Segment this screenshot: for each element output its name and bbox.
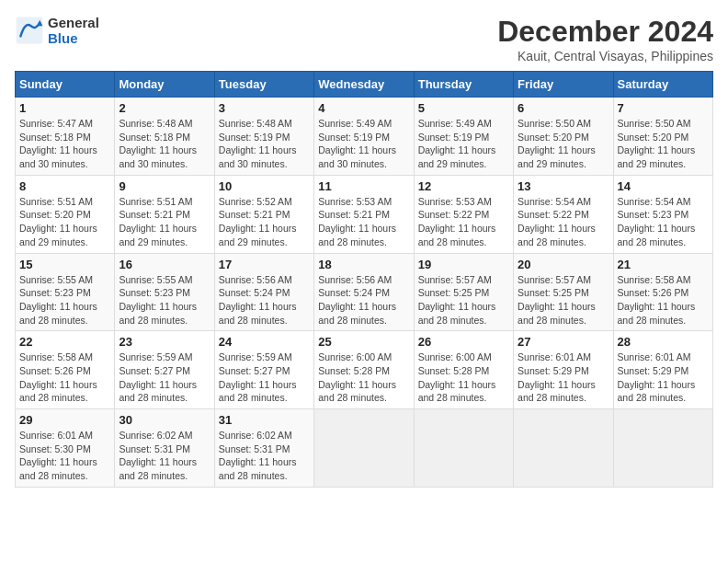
- day-number: 11: [318, 179, 409, 193]
- day-info: Sunrise: 5:57 AM Sunset: 5:25 PM Dayligh…: [518, 273, 609, 327]
- day-info: Sunrise: 5:54 AM Sunset: 5:22 PM Dayligh…: [518, 195, 609, 249]
- day-info: Sunrise: 5:48 AM Sunset: 5:19 PM Dayligh…: [219, 117, 310, 171]
- day-info: Sunrise: 5:50 AM Sunset: 5:20 PM Dayligh…: [518, 117, 609, 171]
- table-row: 31Sunrise: 6:02 AM Sunset: 5:31 PM Dayli…: [214, 409, 313, 488]
- day-number: 5: [418, 101, 509, 115]
- table-row: 22Sunrise: 5:58 AM Sunset: 5:26 PM Dayli…: [16, 331, 115, 409]
- table-row: 24Sunrise: 5:59 AM Sunset: 5:27 PM Dayli…: [214, 331, 313, 409]
- day-number: 1: [19, 101, 110, 115]
- col-monday: Monday: [115, 72, 214, 98]
- calendar-week-row: 15Sunrise: 5:55 AM Sunset: 5:23 PM Dayli…: [16, 253, 713, 331]
- day-info: Sunrise: 6:00 AM Sunset: 5:28 PM Dayligh…: [318, 350, 409, 405]
- day-number: 14: [618, 179, 709, 193]
- table-row: 12Sunrise: 5:53 AM Sunset: 5:22 PM Dayli…: [414, 175, 513, 253]
- table-row: [314, 409, 414, 488]
- table-row: [514, 409, 613, 488]
- day-info: Sunrise: 6:01 AM Sunset: 5:29 PM Dayligh…: [518, 350, 609, 405]
- table-row: 6Sunrise: 5:50 AM Sunset: 5:20 PM Daylig…: [514, 98, 613, 176]
- calendar-week-row: 22Sunrise: 5:58 AM Sunset: 5:26 PM Dayli…: [16, 331, 713, 409]
- table-row: 23Sunrise: 5:59 AM Sunset: 5:27 PM Dayli…: [115, 331, 214, 409]
- day-number: 8: [19, 179, 110, 193]
- col-friday: Friday: [514, 72, 613, 98]
- day-info: Sunrise: 6:02 AM Sunset: 5:31 PM Dayligh…: [219, 429, 310, 483]
- col-sunday: Sunday: [16, 72, 115, 98]
- table-row: 20Sunrise: 5:57 AM Sunset: 5:25 PM Dayli…: [514, 253, 613, 331]
- table-row: 2Sunrise: 5:48 AM Sunset: 5:18 PM Daylig…: [115, 98, 214, 176]
- day-number: 20: [518, 258, 609, 271]
- col-saturday: Saturday: [613, 72, 712, 98]
- table-row: 29Sunrise: 6:01 AM Sunset: 5:30 PM Dayli…: [16, 409, 115, 488]
- day-info: Sunrise: 5:56 AM Sunset: 5:24 PM Dayligh…: [318, 273, 409, 327]
- table-row: 5Sunrise: 5:49 AM Sunset: 5:19 PM Daylig…: [414, 98, 513, 176]
- table-row: 10Sunrise: 5:52 AM Sunset: 5:21 PM Dayli…: [214, 175, 313, 253]
- table-row: 30Sunrise: 6:02 AM Sunset: 5:31 PM Dayli…: [115, 409, 214, 488]
- table-row: 28Sunrise: 6:01 AM Sunset: 5:29 PM Dayli…: [613, 331, 712, 409]
- table-row: 1Sunrise: 5:47 AM Sunset: 5:18 PM Daylig…: [16, 98, 115, 176]
- day-info: Sunrise: 5:51 AM Sunset: 5:21 PM Dayligh…: [119, 195, 210, 249]
- calendar-header-row: Sunday Monday Tuesday Wednesday Thursday…: [16, 72, 713, 98]
- table-row: 26Sunrise: 6:00 AM Sunset: 5:28 PM Dayli…: [414, 331, 513, 409]
- day-info: Sunrise: 5:56 AM Sunset: 5:24 PM Dayligh…: [219, 273, 310, 327]
- table-row: 3Sunrise: 5:48 AM Sunset: 5:19 PM Daylig…: [214, 98, 313, 176]
- day-number: 7: [618, 101, 709, 115]
- day-number: 10: [219, 179, 310, 193]
- day-number: 23: [119, 335, 210, 349]
- day-number: 18: [318, 258, 409, 271]
- day-number: 29: [19, 413, 110, 427]
- table-row: 15Sunrise: 5:55 AM Sunset: 5:23 PM Dayli…: [16, 253, 115, 331]
- day-number: 19: [418, 258, 509, 271]
- col-thursday: Thursday: [414, 72, 513, 98]
- table-row: 7Sunrise: 5:50 AM Sunset: 5:20 PM Daylig…: [613, 98, 712, 176]
- day-number: 22: [19, 335, 110, 349]
- day-number: 31: [219, 413, 310, 427]
- table-row: 4Sunrise: 5:49 AM Sunset: 5:19 PM Daylig…: [314, 98, 414, 176]
- svg-rect-0: [17, 17, 43, 44]
- page-subtitle: Kauit, Central Visayas, Philippines: [497, 49, 713, 63]
- day-number: 4: [318, 101, 409, 115]
- day-number: 28: [618, 335, 709, 349]
- logo-icon: [15, 16, 44, 45]
- day-number: 13: [518, 179, 609, 193]
- day-info: Sunrise: 5:58 AM Sunset: 5:26 PM Dayligh…: [19, 350, 110, 405]
- day-info: Sunrise: 6:02 AM Sunset: 5:31 PM Dayligh…: [119, 429, 210, 483]
- day-info: Sunrise: 5:50 AM Sunset: 5:20 PM Dayligh…: [618, 117, 709, 171]
- table-row: 25Sunrise: 6:00 AM Sunset: 5:28 PM Dayli…: [314, 331, 414, 409]
- day-info: Sunrise: 5:49 AM Sunset: 5:19 PM Dayligh…: [418, 117, 509, 171]
- day-number: 27: [518, 335, 609, 349]
- table-row: [613, 409, 712, 488]
- table-row: 13Sunrise: 5:54 AM Sunset: 5:22 PM Dayli…: [514, 175, 613, 253]
- col-wednesday: Wednesday: [314, 72, 414, 98]
- day-info: Sunrise: 5:51 AM Sunset: 5:20 PM Dayligh…: [19, 195, 110, 249]
- day-info: Sunrise: 5:52 AM Sunset: 5:21 PM Dayligh…: [219, 195, 310, 249]
- day-info: Sunrise: 5:55 AM Sunset: 5:23 PM Dayligh…: [119, 273, 210, 327]
- day-info: Sunrise: 5:53 AM Sunset: 5:22 PM Dayligh…: [418, 195, 509, 249]
- day-number: 6: [518, 101, 609, 115]
- table-row: 19Sunrise: 5:57 AM Sunset: 5:25 PM Dayli…: [414, 253, 513, 331]
- table-row: 11Sunrise: 5:53 AM Sunset: 5:21 PM Dayli…: [314, 175, 414, 253]
- day-number: 30: [119, 413, 210, 427]
- table-row: 14Sunrise: 5:54 AM Sunset: 5:23 PM Dayli…: [613, 175, 712, 253]
- day-info: Sunrise: 5:58 AM Sunset: 5:26 PM Dayligh…: [618, 273, 709, 327]
- day-number: 21: [618, 258, 709, 271]
- day-number: 26: [418, 335, 509, 349]
- day-info: Sunrise: 6:01 AM Sunset: 5:30 PM Dayligh…: [19, 429, 110, 483]
- table-row: 27Sunrise: 6:01 AM Sunset: 5:29 PM Dayli…: [514, 331, 613, 409]
- day-info: Sunrise: 5:53 AM Sunset: 5:21 PM Dayligh…: [318, 195, 409, 249]
- calendar-week-row: 29Sunrise: 6:01 AM Sunset: 5:30 PM Dayli…: [16, 409, 713, 488]
- table-row: 16Sunrise: 5:55 AM Sunset: 5:23 PM Dayli…: [115, 253, 214, 331]
- day-info: Sunrise: 6:01 AM Sunset: 5:29 PM Dayligh…: [618, 350, 709, 405]
- table-row: 9Sunrise: 5:51 AM Sunset: 5:21 PM Daylig…: [115, 175, 214, 253]
- logo-text: General Blue: [48, 15, 99, 46]
- day-info: Sunrise: 5:59 AM Sunset: 5:27 PM Dayligh…: [119, 350, 210, 405]
- day-info: Sunrise: 5:57 AM Sunset: 5:25 PM Dayligh…: [418, 273, 509, 327]
- table-row: 8Sunrise: 5:51 AM Sunset: 5:20 PM Daylig…: [16, 175, 115, 253]
- calendar-week-row: 8Sunrise: 5:51 AM Sunset: 5:20 PM Daylig…: [16, 175, 713, 253]
- day-info: Sunrise: 5:59 AM Sunset: 5:27 PM Dayligh…: [219, 350, 310, 405]
- day-info: Sunrise: 5:55 AM Sunset: 5:23 PM Dayligh…: [19, 273, 110, 327]
- page-title: December 2024: [497, 15, 713, 49]
- col-tuesday: Tuesday: [214, 72, 313, 98]
- day-number: 9: [119, 179, 210, 193]
- title-area: December 2024 Kauit, Central Visayas, Ph…: [497, 15, 713, 63]
- day-info: Sunrise: 6:00 AM Sunset: 5:28 PM Dayligh…: [418, 350, 509, 405]
- day-number: 15: [19, 258, 110, 271]
